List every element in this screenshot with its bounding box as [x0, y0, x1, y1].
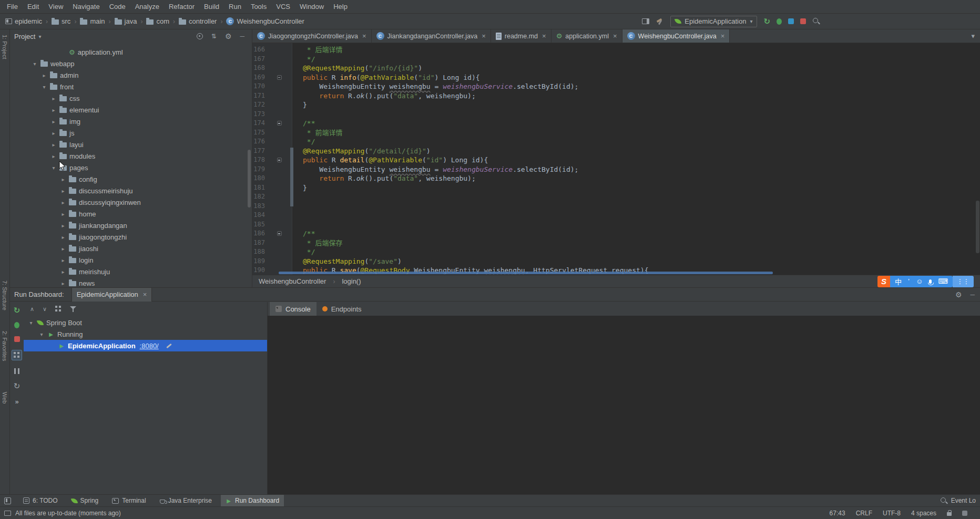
collapsed-arrow-icon[interactable]: ▸ — [50, 142, 57, 148]
vertical-scrollbar[interactable] — [976, 201, 979, 253]
ime-toolbox[interactable]: ⋮⋮ — [953, 276, 974, 287]
close-icon[interactable]: × — [542, 32, 546, 40]
code-text[interactable]: * 前端详情 — [303, 128, 342, 138]
status-message[interactable]: All files are up-to-date (moments ago) — [15, 510, 121, 517]
expanded-arrow-icon[interactable]: ▾ — [38, 331, 45, 337]
expanded-arrow-icon[interactable]: ▾ — [41, 84, 47, 90]
close-icon[interactable]: × — [362, 32, 366, 40]
stop-button[interactable] — [14, 336, 20, 342]
expanded-arrow-icon[interactable]: ▾ — [28, 320, 34, 326]
project-item-meirishuju[interactable]: ▸meirishuju — [10, 266, 252, 277]
project-item-discussyiqingxinwen[interactable]: ▸discussyiqingxinwen — [10, 196, 252, 208]
breadcrumb-method[interactable]: login() — [342, 277, 361, 285]
microphone-icon[interactable] — [929, 279, 932, 284]
tab-jiaogongtongzhicontroller-java[interactable]: CJiaogongtongzhiController.java× — [252, 29, 372, 43]
event-log-button[interactable]: Event Lo — [940, 497, 976, 505]
run-config-select[interactable]: EpidemicApplication ▾ — [670, 16, 757, 27]
toolwindow-java-enterprise[interactable]: Java Enterprise — [155, 495, 217, 507]
collapsed-arrow-icon[interactable]: ▸ — [60, 281, 66, 286]
menu-edit[interactable]: Edit — [23, 0, 44, 14]
menu-file[interactable]: File — [2, 0, 23, 14]
project-item-admin[interactable]: ▸admin — [10, 69, 252, 81]
rerun-button[interactable]: ↻ — [14, 306, 21, 314]
collapsed-arrow-icon[interactable]: ▸ — [50, 130, 57, 136]
project-item-jiaogongtongzhi[interactable]: ▸jiaogongtongzhi — [10, 231, 252, 243]
collapse-all-icon[interactable]: ⇅ — [211, 33, 217, 40]
collapsed-arrow-icon[interactable]: ▸ — [60, 177, 66, 182]
refresh-button[interactable]: ↻ — [14, 382, 21, 390]
code-text[interactable]: */ — [303, 137, 315, 147]
expand-all-icon[interactable]: ∨ — [43, 306, 47, 313]
stripe-web[interactable]: Web — [2, 392, 8, 403]
code-text[interactable]: WeishengbuEntity weishengbu = weishengbu… — [303, 82, 578, 91]
horizontal-scrollbar[interactable] — [279, 272, 773, 274]
collapsed-arrow-icon[interactable]: ▸ — [50, 107, 57, 113]
breadcrumb-weishengbucontroller[interactable]: CWeishengbuController — [225, 17, 305, 25]
collapsed-arrow-icon[interactable]: ▸ — [60, 211, 66, 217]
menu-analyze[interactable]: Analyze — [130, 0, 164, 14]
project-item-application-yml[interactable]: ⚙application.yml — [10, 46, 252, 58]
collapsed-arrow-icon[interactable]: ▸ — [60, 234, 66, 240]
project-item-elementui[interactable]: ▸elementui — [10, 104, 252, 116]
toolwindow-spring[interactable]: Spring — [67, 495, 104, 507]
menu-help[interactable]: Help — [329, 0, 352, 14]
project-item-css[interactable]: ▸css — [10, 92, 252, 104]
fold-icon[interactable] — [277, 231, 282, 236]
menu-view[interactable]: View — [44, 0, 68, 14]
menu-refactor[interactable]: Refactor — [164, 0, 199, 14]
ime-emoji-icon[interactable]: ☺ — [916, 277, 923, 285]
caret-position[interactable]: 67:43 — [830, 510, 845, 517]
code-text[interactable]: } — [303, 100, 307, 110]
project-item-login[interactable]: ▸login — [10, 254, 252, 266]
project-item-img[interactable]: ▸img — [10, 116, 252, 127]
hidden-tabs-icon[interactable]: ▾ — [966, 29, 980, 43]
collapsed-arrow-icon[interactable]: ▸ — [50, 96, 57, 101]
collapsed-arrow-icon[interactable]: ▸ — [50, 119, 57, 124]
collapsed-arrow-icon[interactable]: ▸ — [60, 269, 66, 275]
tool-window-quick-access-icon[interactable] — [4, 497, 11, 504]
menu-vcs[interactable]: VCS — [271, 0, 295, 14]
expanded-arrow-icon[interactable]: ▾ — [32, 61, 38, 67]
code-text[interactable]: WeishengbuEntity weishengbu = weishengbu… — [303, 165, 578, 174]
project-item-news[interactable]: ▸news — [10, 277, 252, 287]
code-text[interactable]: * 后端详情 — [303, 45, 342, 55]
code-text[interactable]: return R.ok().put("data", weishengbu); — [303, 91, 476, 101]
coverage-button[interactable] — [788, 18, 794, 24]
code-text[interactable]: } — [303, 183, 307, 193]
more-icon[interactable]: » — [15, 398, 18, 406]
menu-code[interactable]: Code — [105, 0, 130, 14]
menu-build[interactable]: Build — [199, 0, 224, 14]
code-text[interactable]: @RequestMapping("/detail/{id}") — [303, 147, 431, 156]
project-item-pages[interactable]: ▾pages — [10, 162, 252, 173]
project-item-config[interactable]: ▸config — [10, 173, 252, 185]
run-dashboard-tab[interactable]: EpidemicApplication × — [72, 288, 152, 302]
ime-punctuation-toggle[interactable]: ’ — [908, 277, 910, 285]
stripe-favorites[interactable]: 2: Favorites — [2, 331, 8, 361]
breadcrumb-main[interactable]: main — [79, 17, 106, 25]
lock-icon[interactable] — [947, 512, 952, 516]
locate-icon[interactable] — [197, 33, 203, 39]
close-icon[interactable]: × — [721, 32, 725, 40]
tab-jiankangdangancontroller-java[interactable]: CJiankangdanganController.java× — [372, 29, 491, 43]
code-text[interactable]: @RequestMapping("/info/{id}") — [303, 64, 422, 73]
dashboard-item-epidemicapplication[interactable]: ▶EpidemicApplication:8080/ — [24, 340, 267, 351]
project-item-home[interactable]: ▸home — [10, 208, 252, 220]
code-text[interactable]: */ — [303, 55, 315, 64]
breadcrumb-controller[interactable]: controller — [178, 17, 218, 25]
expanded-arrow-icon[interactable]: ▾ — [50, 165, 57, 171]
dashboard-item-running[interactable]: ▾▶Running — [24, 328, 267, 340]
project-panel-title[interactable]: Project — [14, 33, 35, 40]
debug-button[interactable] — [777, 18, 782, 25]
menu-navigate[interactable]: Navigate — [68, 0, 104, 14]
close-icon[interactable]: × — [143, 290, 147, 298]
collapsed-arrow-icon[interactable]: ▸ — [60, 200, 66, 205]
hide-panel-icon[interactable]: ─ — [240, 33, 244, 40]
toolwindow-run-dashboard[interactable]: ▶Run Dashboard — [221, 495, 284, 507]
project-item-jiankangdangan[interactable]: ▸jiankangdangan — [10, 220, 252, 231]
menu-run[interactable]: Run — [224, 0, 246, 14]
collapsed-arrow-icon[interactable]: ▸ — [60, 257, 66, 263]
toolwindow-6-todo[interactable]: 6: TODO — [18, 495, 63, 507]
stripe-structure[interactable]: 7: Structure — [2, 281, 8, 310]
stripe-project[interactable]: 1: Project — [2, 35, 8, 59]
collapsed-arrow-icon[interactable]: ▸ — [50, 153, 57, 159]
